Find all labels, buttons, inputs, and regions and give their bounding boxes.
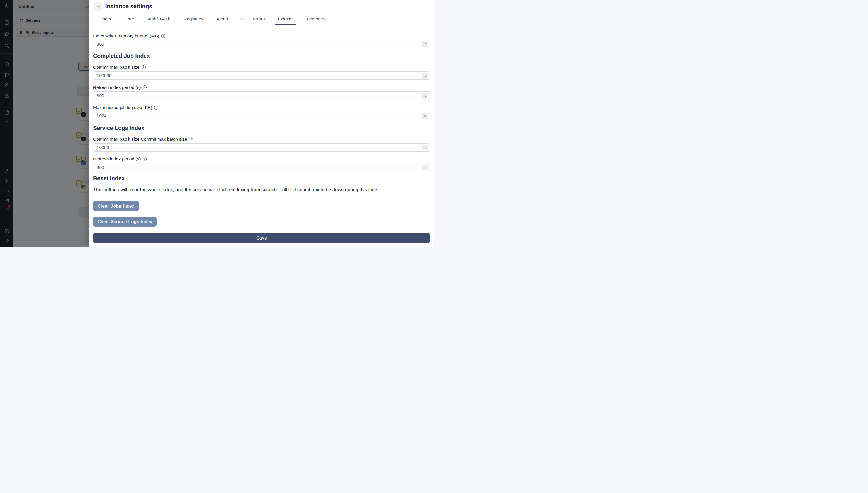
number-stepper[interactable] — [422, 165, 428, 170]
field-service-commit-max-batch: Commit max batch size Commit max batch s… — [93, 136, 430, 152]
info-icon[interactable]: i — [143, 85, 147, 89]
clear-jobs-index-button[interactable]: Clear Jobs Index — [93, 201, 139, 211]
tab-telemetry[interactable]: Telemetry — [303, 13, 328, 25]
field-label: Refresh index period (s) — [93, 85, 140, 90]
service-refresh-index-period-input[interactable]: 300 — [93, 163, 430, 171]
max-indexed-log-size-input[interactable]: 1024 — [93, 112, 430, 120]
number-stepper[interactable] — [422, 73, 428, 79]
info-icon[interactable]: i — [154, 106, 158, 110]
field-label: Refresh index period (s) — [93, 156, 140, 162]
drawer-overlay[interactable] — [0, 0, 89, 246]
field-refresh-index-period: Refresh index period (s) i 300 — [93, 85, 430, 100]
number-stepper[interactable] — [422, 41, 428, 47]
indexer-settings-content: Index writer memory budget (MB) i 300 Co… — [89, 25, 434, 246]
tab-otel-prom[interactable]: OTEL/Prom — [238, 13, 268, 25]
save-button[interactable]: Save — [93, 233, 430, 243]
input-value: 100000 — [96, 73, 112, 78]
tab-alerts[interactable]: Alerts — [214, 13, 231, 25]
app-root: Untitled Settings $ All Static Inputs Tr… — [0, 0, 434, 246]
input-value: 1024 — [96, 113, 106, 119]
tab-users[interactable]: Users — [96, 13, 114, 25]
input-value: 10000 — [96, 145, 109, 150]
clear-service-logs-index-button[interactable]: Clear Service Logs Index — [93, 217, 157, 227]
tab-core[interactable]: Core — [122, 13, 137, 25]
number-stepper[interactable] — [422, 93, 428, 99]
index-writer-memory-input[interactable]: 300 — [93, 40, 430, 48]
number-stepper[interactable] — [422, 113, 428, 119]
info-icon[interactable]: i — [161, 34, 166, 38]
tab-registries[interactable]: Registries — [181, 13, 206, 25]
field-label: Index writer memory budget (MB) — [93, 33, 159, 39]
commit-max-batch-input[interactable]: 100000 — [93, 71, 430, 80]
section-heading-service-logs-index: Service Logs Index — [93, 125, 430, 131]
field-index-writer-memory: Index writer memory budget (MB) i 300 — [93, 33, 430, 48]
instance-settings-drawer: Instance settings Users Core Auth/OAuth … — [89, 0, 434, 246]
settings-tabs: Users Core Auth/OAuth Registries Alerts … — [93, 13, 430, 25]
tab-indexer[interactable]: Indexer — [275, 13, 296, 25]
section-heading-completed-job-index: Completed Job Index — [93, 53, 430, 59]
close-button[interactable] — [93, 2, 103, 12]
service-commit-max-batch-input[interactable]: 10000 — [93, 143, 430, 152]
section-heading-reset-index: Reset Index — [93, 175, 430, 181]
input-value: 300 — [96, 42, 104, 47]
input-value: 300 — [96, 93, 104, 99]
info-icon[interactable]: i — [143, 157, 147, 161]
field-commit-max-batch: Commit max batch size i 100000 — [93, 64, 430, 80]
info-icon[interactable]: i — [142, 65, 146, 69]
refresh-index-period-input[interactable]: 300 — [93, 91, 430, 100]
tab-auth-oauth[interactable]: Auth/OAuth — [144, 13, 173, 25]
field-label: Commit max batch size Commit max batch s… — [93, 136, 187, 142]
field-label: Commit max batch size — [93, 64, 139, 70]
drawer-header: Instance settings — [89, 0, 434, 13]
reset-index-description: This buttons will clear the whole index,… — [93, 187, 430, 193]
number-stepper[interactable] — [422, 145, 428, 150]
drawer-title: Instance settings — [105, 3, 152, 10]
input-value: 300 — [96, 165, 104, 170]
field-label: Max indexed job log size (KB) — [93, 105, 152, 110]
close-icon — [96, 5, 100, 8]
info-icon[interactable]: i — [189, 137, 193, 141]
field-max-indexed-log-size: Max indexed job log size (KB) i 1024 — [93, 105, 430, 120]
field-service-refresh-index-period: Refresh index period (s) i 300 — [93, 156, 430, 171]
